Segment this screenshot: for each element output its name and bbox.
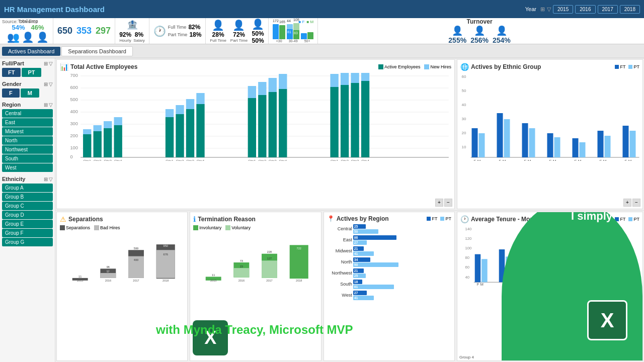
ethnicity-groupd[interactable]: Group D	[2, 211, 53, 219]
year-2016-btn[interactable]: 2016	[575, 5, 595, 14]
center-right: 📊 Total Active Employees Active Employee…	[55, 58, 644, 362]
warning-icon: ⚠	[60, 215, 66, 223]
svg-text:100: 100	[70, 145, 77, 150]
svg-rect-92	[580, 142, 586, 157]
total-active-chart: 700 600 500 400 300 200 100 0	[60, 73, 451, 161]
ethnicity-groupc[interactable]: Group C	[2, 202, 53, 210]
svg-text:Qtr1: Qtr1	[83, 159, 91, 161]
ft-label2: Full Time	[210, 38, 226, 43]
region-east[interactable]: East	[2, 118, 53, 127]
ethnicity-groupg[interactable]: Group G	[2, 238, 53, 246]
svg-rect-56	[330, 74, 338, 87]
newhires-legend: New Hires	[424, 64, 451, 69]
group-label: Group 4	[459, 355, 474, 359]
pct-28: 28%	[210, 31, 226, 38]
svg-rect-100	[630, 131, 636, 157]
ethnicity-title: Ethnicity	[2, 176, 25, 182]
region-chart-title: Actives by Region	[337, 215, 389, 222]
svg-rect-46	[258, 82, 266, 95]
ethnicity-groupb[interactable]: Group B	[2, 193, 53, 201]
separations-dashboard-tab[interactable]: Separations Dashboard	[61, 46, 133, 56]
svg-text:676: 676	[164, 253, 168, 256]
year-2018-btn[interactable]: 2018	[620, 5, 640, 14]
svg-rect-20	[94, 125, 102, 131]
svg-text:600: 600	[70, 85, 77, 90]
zoom-in-btn[interactable]: +	[435, 199, 443, 207]
svg-text:11: 11	[212, 274, 215, 277]
fullpart-filter-icon[interactable]: ▽	[49, 61, 53, 66]
svg-rect-99	[623, 126, 629, 157]
svg-text:Qtr3: Qtr3	[186, 159, 194, 161]
region-settings-icon[interactable]: ⊞	[44, 102, 48, 108]
total-active-panel: 📊 Total Active Employees Active Employee…	[56, 59, 455, 209]
region-north-row: North 34 90	[327, 257, 451, 267]
svg-text:F M: F M	[474, 159, 481, 161]
person2-icon: 👤	[230, 19, 248, 31]
filter-icon-1[interactable]: ⊞	[540, 6, 545, 13]
gender-settings-icon[interactable]: ⊞	[44, 81, 48, 87]
region-northwest[interactable]: Northwest	[2, 145, 53, 154]
filter-icon-2[interactable]: ▽	[547, 6, 551, 13]
svg-text:80: 80	[465, 255, 470, 260]
region-central[interactable]: Central	[2, 109, 53, 118]
actives-dashboard-tab[interactable]: Actives Dashboard	[2, 47, 60, 56]
svg-text:Qtr2: Qtr2	[94, 159, 102, 161]
year-2015-btn[interactable]: 2015	[553, 5, 573, 14]
gender-title: Gender	[2, 81, 22, 87]
svg-text:400: 400	[70, 109, 77, 114]
pt-button[interactable]: PT	[22, 68, 41, 77]
svg-rect-35	[186, 109, 194, 157]
svg-rect-48	[269, 92, 277, 157]
svg-rect-144	[475, 254, 481, 282]
region-south[interactable]: South	[2, 154, 53, 163]
region-north[interactable]: North	[2, 136, 53, 145]
region-west[interactable]: West	[2, 163, 53, 172]
svg-text:60: 60	[465, 265, 470, 269]
svg-rect-65	[361, 73, 369, 81]
ethnic-zoom-in[interactable]: +	[623, 199, 631, 207]
gender-filter-icon[interactable]: ▽	[49, 81, 53, 87]
ethnicity-groupe[interactable]: Group E	[2, 220, 53, 228]
svg-rect-61	[351, 83, 359, 157]
zoom-out-btn[interactable]: −	[444, 199, 452, 207]
svg-rect-75	[472, 128, 478, 157]
ethnicity-settings-icon[interactable]: ⊞	[44, 176, 48, 182]
region-filter-icon[interactable]: ▽	[49, 102, 53, 108]
svg-rect-51	[279, 89, 287, 157]
pt-legend: PT	[628, 64, 639, 69]
svg-text:20: 20	[462, 131, 466, 135]
ft-button[interactable]: FT	[2, 68, 21, 77]
chart-icon: 📊	[60, 63, 68, 71]
svg-text:40: 40	[462, 103, 466, 107]
svg-text:Qtr3: Qtr3	[269, 159, 277, 161]
total-active-legend: Active Employees New Hires	[378, 64, 451, 69]
ethnicity-groupa[interactable]: Group A	[2, 184, 53, 192]
ethnicity-filter-icon[interactable]: ▽	[49, 176, 53, 182]
svg-text:0: 0	[70, 154, 72, 159]
stats-bar: Total Emp 54% 46% 👥 👤 👤 650 353 297 🏦 92…	[0, 18, 644, 44]
svg-text:57: 57	[107, 270, 110, 273]
svg-rect-64	[361, 81, 369, 157]
svg-rect-42	[248, 98, 256, 157]
svg-text:F M: F M	[499, 159, 506, 161]
svg-rect-38	[196, 104, 204, 157]
people-icon: 👥	[7, 31, 20, 43]
svg-text:11: 11	[78, 275, 82, 278]
svg-rect-43	[248, 86, 256, 98]
region-midwest-row: Midwest 21 41	[327, 246, 451, 256]
region-northwest-row: Northwest 21 25	[327, 268, 451, 278]
fullpart-settings-icon[interactable]: ⊞	[44, 61, 48, 66]
svg-rect-39	[196, 93, 204, 104]
pin-icon: 📍	[327, 215, 335, 222]
top-row: 📊 Total Active Employees Active Employee…	[55, 58, 644, 211]
source-text: Source: Obvience	[2, 19, 38, 24]
ethnic-zoom-out[interactable]: −	[632, 199, 640, 207]
region-south-row: South 18 81	[327, 280, 451, 289]
male-button[interactable]: M	[21, 88, 39, 98]
ethnicity-groupf[interactable]: Group F	[2, 229, 53, 237]
svg-rect-130	[262, 260, 277, 278]
female-button[interactable]: F	[2, 88, 20, 98]
svg-text:23: 23	[240, 264, 243, 267]
region-midwest[interactable]: Midwest	[2, 127, 53, 136]
year-2017-btn[interactable]: 2017	[598, 5, 618, 14]
